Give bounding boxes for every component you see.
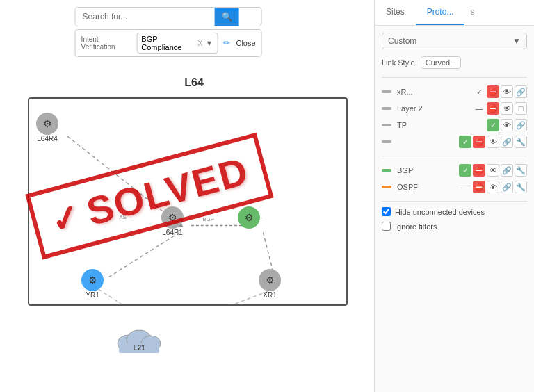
edit-icon: ✏ (223, 38, 230, 48)
layer-icons-TP: ✓ 👁 🔗 (487, 119, 527, 131)
svg-text:L21: L21 (133, 344, 145, 352)
separator-3 (382, 201, 527, 202)
search-row: 🔍 (75, 7, 262, 26)
node-YR1[interactable]: ⚙ YR1 (81, 269, 104, 299)
panel-content: Custom ▼ Link Style Curved... xR... ✓ ⛔ (375, 26, 534, 392)
canvas-area: 🔍 Intent Verification BGP Compliance X ▼… (0, 0, 374, 392)
layer-link-3[interactable]: 🔗 (501, 136, 513, 148)
layer-color-xR (382, 90, 391, 93)
layer-link-xR[interactable]: 🔗 (515, 85, 527, 98)
svg-line-3 (264, 232, 274, 273)
layer-toggle-check-xR[interactable]: ✓ (473, 85, 485, 98)
tab-bar: Sites Proto... s (375, 0, 534, 26)
custom-row: Custom ▼ (382, 33, 527, 49)
diagram-svg: iBGP AS— AS— (29, 99, 346, 304)
intent-close-button[interactable]: Close (236, 39, 255, 47)
layer-row-3: ✓ ⛔ 👁 🔗 🔧 (382, 133, 527, 150)
layer-row-BGP: BGP ✓ ⛔ 👁 🔗 🔧 (382, 162, 527, 179)
layer-row-1: Layer 2 — ⛔ 👁 □ (382, 100, 527, 117)
search-icon: 🔍 (222, 12, 232, 22)
node-cloud-L21[interactable]: L21 (115, 322, 163, 357)
layer-icons-OSPF: — ⛔ 👁 🔗 🔧 (459, 181, 527, 193)
hide-unconnected-label: Hide unconnected devices (395, 208, 485, 216)
layer-red-xR[interactable]: ⛔ (487, 85, 499, 98)
layer-toggle-check-TP[interactable]: ✓ (487, 119, 499, 131)
layer-red-L2[interactable]: ⛔ (487, 102, 499, 115)
svg-text:AS—: AS— (119, 214, 132, 220)
layer-row-0: xR... ✓ ⛔ 👁 🔗 (382, 83, 527, 100)
link-style-row: Link Style Curved... (382, 56, 527, 69)
custom-select[interactable]: Custom ▼ (382, 33, 527, 49)
intent-badge-text: BGP Compliance (141, 35, 195, 51)
node-L64R1[interactable]: ⚙ L64R1 (161, 206, 184, 236)
layer-icons-BGP: ✓ ⛔ 👁 🔗 🔧 (459, 164, 527, 177)
top-toolbar: 🔍 Intent Verification BGP Compliance X ▼… (75, 7, 262, 57)
layer-red-3[interactable]: ⛔ (473, 136, 485, 148)
layer-eye-BGP[interactable]: 👁 (487, 164, 499, 177)
node-label-YR1: YR1 (86, 291, 99, 299)
layer-link-L2[interactable]: □ (515, 102, 527, 115)
layer-name-OSPF: OSPF (397, 183, 456, 191)
layer-eye-OSPF[interactable]: 👁 (487, 181, 499, 193)
router-icon-L64R1: ⚙ (161, 206, 184, 229)
layer-color-BGP (382, 169, 391, 172)
link-style-label: Link Style (382, 58, 415, 67)
separator (382, 77, 527, 78)
checkbox-hide-unconnected: Hide unconnected devices (382, 207, 527, 216)
layer-link-OSPF[interactable]: 🔗 (501, 181, 513, 193)
layer-link-TP[interactable]: 🔗 (515, 119, 527, 131)
node-L64-mid[interactable]: ⚙ (238, 206, 260, 229)
layer-row-TP: TP ✓ 👁 🔗 (382, 117, 527, 133)
hide-unconnected-checkbox[interactable] (382, 207, 391, 216)
node-label-L64R1: L64R1 (162, 229, 182, 236)
intent-row: Intent Verification BGP Compliance X ▼ ✏… (75, 29, 262, 57)
node-label-L64R4: L64R4 (37, 135, 57, 142)
layer-color-OSPF (382, 186, 391, 188)
right-panel: Sites Proto... s Custom ▼ Link Style Cur… (374, 0, 534, 392)
router-icon-YR1: ⚙ (81, 269, 104, 291)
tab-more[interactable]: s (464, 0, 480, 25)
separator-2 (382, 156, 527, 156)
layer-wrench-OSPF[interactable]: 🔧 (515, 181, 527, 193)
diagram-title: L64 (21, 76, 367, 89)
main-container: 🔍 Intent Verification BGP Compliance X ▼… (0, 0, 534, 392)
custom-select-label: Custom (388, 36, 416, 46)
router-icon-XR1: ⚙ (259, 269, 281, 291)
svg-line-2 (109, 232, 180, 277)
layer-toggle-check-3[interactable]: ✓ (459, 136, 471, 148)
layer-color-L2 (382, 107, 391, 110)
ignore-filters-label: Ignore filters (395, 222, 437, 231)
layer-eye-TP[interactable]: 👁 (501, 119, 513, 131)
layer-icons-3: ✓ ⛔ 👁 🔗 🔧 (459, 136, 527, 148)
node-XR1[interactable]: ⚙ XR1 (259, 269, 281, 299)
diagram-box[interactable]: iBGP AS— AS— ⚙ L64R4 ⚙ L64R1 ⚙ (28, 97, 348, 306)
layer-eye-L2[interactable]: 👁 (501, 102, 513, 115)
node-L64R4[interactable]: ⚙ L64R4 (36, 113, 58, 142)
layer-eye-3[interactable]: 👁 (487, 136, 499, 148)
layer-toggle-check-OSPF[interactable]: — (459, 181, 471, 193)
layer-link-BGP[interactable]: 🔗 (501, 164, 513, 177)
layer-icons-L2: — ⛔ 👁 □ (473, 102, 527, 115)
link-style-select[interactable]: Curved... (421, 56, 462, 69)
layer-toggle-check-BGP[interactable]: ✓ (459, 164, 471, 177)
chevron-down-icon: ▼ (206, 39, 213, 47)
search-input[interactable] (76, 8, 215, 26)
intent-label: Intent Verification (81, 35, 131, 51)
layer-name-TP: TP (397, 121, 484, 129)
layer-red-OSPF[interactable]: ⛔ (473, 181, 485, 193)
tab-sites[interactable]: Sites (375, 0, 416, 25)
intent-edit-button[interactable]: ✏ (223, 38, 230, 48)
layer-wrench-BGP[interactable]: 🔧 (515, 164, 527, 177)
layer-red-BGP[interactable]: ⛔ (473, 164, 485, 177)
layer-color-TP (382, 124, 391, 126)
layer-toggle-check-L2[interactable]: — (473, 102, 485, 115)
router-icon-mid: ⚙ (238, 206, 260, 229)
ignore-filters-checkbox[interactable] (382, 222, 391, 231)
layer-wrench-3[interactable]: 🔧 (515, 136, 527, 148)
tab-proto[interactable]: Proto... (416, 0, 465, 25)
node-label-XR1: XR1 (263, 291, 276, 299)
layer-eye-xR[interactable]: 👁 (501, 85, 513, 98)
diagram-area: L64 (21, 76, 367, 350)
search-button[interactable]: 🔍 (215, 8, 239, 26)
intent-remove-icon[interactable]: X (197, 39, 202, 47)
